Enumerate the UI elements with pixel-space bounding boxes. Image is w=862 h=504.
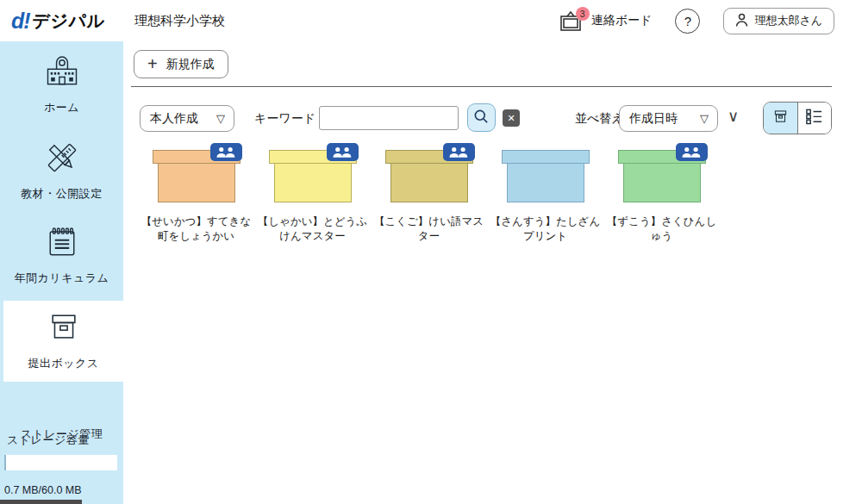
- sidebar-item-curriculum[interactable]: 年間カリキュラム: [0, 223, 123, 286]
- box-title: 【さんすう】たしざん プリント: [487, 215, 603, 244]
- clear-search-button[interactable]: ✕: [503, 109, 520, 127]
- box-title-line: 【せいかつ】すてきな: [138, 215, 254, 229]
- box-body: [390, 163, 468, 202]
- sidebar-item-home[interactable]: ホーム: [0, 53, 123, 115]
- owner-filter-value: 本人作成: [150, 111, 198, 127]
- contact-board-button[interactable]: 3 連絡ボード: [558, 9, 653, 33]
- box-graphic: [618, 150, 706, 203]
- storage-capacity-label: ストレージ容量: [7, 432, 90, 448]
- box-title: 【ずこう】さくひんし ゅう: [603, 215, 720, 244]
- box-body: [507, 163, 584, 202]
- box-title-line: けんマスター: [254, 229, 371, 244]
- keyword-label: キーワード: [254, 111, 315, 127]
- search-icon: [473, 109, 490, 128]
- sort-label: 並べ替え: [575, 111, 624, 127]
- dropdown-triangle-icon: ▽: [216, 112, 225, 125]
- submission-box-item[interactable]: 【せいかつ】すてきな 町をしょうかい: [138, 150, 254, 244]
- box-title: 【しゃかい】とどうふ けんマスター: [254, 215, 371, 244]
- box-title-line: 【こくご】けい語マス: [371, 215, 487, 229]
- list-view-icon: [805, 108, 823, 129]
- list-view-button[interactable]: [797, 103, 832, 134]
- horizontal-scrollbar-thumb[interactable]: [0, 500, 82, 504]
- close-icon: ✕: [507, 113, 515, 124]
- sort-value: 作成日時: [629, 111, 678, 127]
- app-window: d! デジパル 理想科学小学校 3 連絡ボード ?: [0, 0, 862, 504]
- storage-progress-fill: [4, 455, 6, 470]
- board-icon: 3: [558, 9, 584, 33]
- box-body: [623, 163, 701, 202]
- dropdown-triangle-icon: ▽: [700, 112, 709, 125]
- box-title: 【こくご】けい語マス ター: [371, 215, 487, 244]
- logo-text: デジパル: [33, 9, 105, 33]
- box-graphic: [153, 150, 240, 203]
- sort-direction-chevron[interactable]: ∨: [728, 107, 739, 126]
- storage-progress-bar: [4, 455, 117, 470]
- box-title-line: 【しゃかい】とどうふ: [254, 215, 371, 229]
- notification-badge: 3: [576, 7, 590, 21]
- storage-box-icon: [45, 308, 83, 350]
- user-menu-button[interactable]: 理想太郎さん: [723, 8, 834, 34]
- sidebar-item-label: 教材・公開設定: [21, 186, 103, 202]
- person-icon: [735, 13, 748, 29]
- notepad-icon: [43, 223, 81, 264]
- search-button[interactable]: [467, 103, 496, 132]
- owner-filter-dropdown[interactable]: 本人作成 ▽: [140, 105, 234, 132]
- box-graphic: [502, 150, 590, 203]
- box-lid: [502, 150, 590, 164]
- box-title-line: ゅう: [603, 229, 720, 244]
- box-title-line: 【さんすう】たしざん: [487, 215, 603, 229]
- box-graphic: [385, 150, 473, 203]
- submission-box-item[interactable]: 【しゃかい】とどうふ けんマスター: [254, 150, 371, 244]
- app-logo: d! デジパル: [0, 9, 125, 33]
- submission-box-item[interactable]: 【ずこう】さくひんし ゅう: [603, 150, 720, 244]
- view-mode-toggle: [763, 102, 832, 134]
- storage-usage-text: 0.7 MB/60.0 MB: [4, 484, 82, 496]
- submission-box-grid: 【せいかつ】すてきな 町をしょうかい 【しゃかい】とどうふ けんマスター: [138, 150, 720, 244]
- grid-view-button[interactable]: [764, 103, 797, 134]
- submission-box-item[interactable]: 【さんすう】たしざん プリント: [487, 150, 603, 244]
- topbar-actions: 3 連絡ボード ? 理想太郎さん: [558, 8, 862, 34]
- top-bar: d! デジパル 理想科学小学校 3 連絡ボード ?: [0, 0, 862, 41]
- box-view-icon: [771, 108, 790, 129]
- box-graphic: [269, 150, 357, 203]
- user-name: 理想太郎さん: [754, 13, 822, 28]
- box-title-line: 【ずこう】さくひんし: [603, 215, 720, 229]
- box-body: [274, 163, 352, 202]
- contact-board-label: 連絡ボード: [591, 13, 653, 28]
- toolbar-divider: [131, 86, 832, 87]
- shared-users-badge: [676, 143, 708, 161]
- keyword-input[interactable]: [319, 106, 459, 130]
- box-title-line: プリント: [487, 229, 603, 244]
- shared-users-badge: [327, 143, 359, 161]
- sidebar-item-label: 提出ボックス: [28, 356, 98, 371]
- box-title-line: ター: [371, 229, 487, 244]
- sidebar-item-label: ホーム: [44, 100, 79, 115]
- plus-icon: +: [147, 55, 158, 72]
- box-title-line: 町をしょうかい: [138, 229, 254, 244]
- new-create-label: 新規作成: [166, 57, 215, 72]
- new-create-button[interactable]: + 新規作成: [134, 50, 228, 78]
- sidebar-item-materials[interactable]: 教材・公開設定: [0, 139, 123, 202]
- sort-dropdown[interactable]: 作成日時 ▽: [619, 105, 718, 132]
- school-name: 理想科学小学校: [134, 13, 225, 29]
- shared-users-badge: [443, 143, 475, 161]
- sidebar-item-label: 年間カリキュラム: [15, 271, 109, 286]
- school-building-icon: [43, 53, 81, 94]
- sidebar-item-submission-box[interactable]: 提出ボックス: [3, 301, 123, 382]
- shared-users-badge: [210, 143, 242, 161]
- sidebar: ホーム 教材・公開設定: [0, 41, 123, 504]
- help-button[interactable]: ?: [675, 9, 700, 34]
- box-title: 【せいかつ】すてきな 町をしょうかい: [138, 215, 254, 244]
- logo-mark-icon: d!: [11, 10, 30, 32]
- box-body: [158, 163, 235, 202]
- pencil-ruler-icon: [43, 139, 81, 180]
- submission-box-item[interactable]: 【こくご】けい語マス ター: [371, 150, 487, 244]
